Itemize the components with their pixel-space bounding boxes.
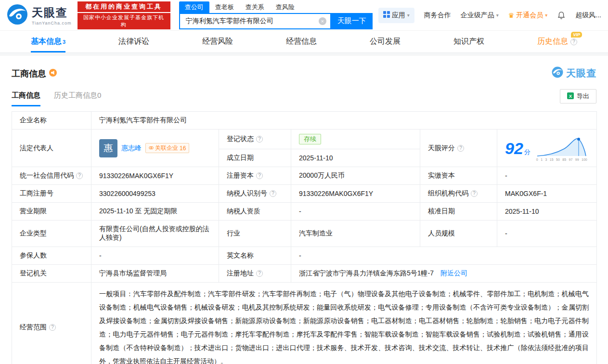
svg-text:X: X xyxy=(569,93,572,98)
taxpayer-quality-label: 纳税人资质 xyxy=(219,203,291,221)
help-icon[interactable]: ? xyxy=(76,172,83,179)
tab-company-development[interactable]: 公司发展 xyxy=(370,31,401,52)
legal-rep-cell: 惠 惠志峰 关联企业 16 xyxy=(91,130,219,167)
nearby-companies-link[interactable]: 附近公司 xyxy=(440,269,467,277)
company-name-value: 宁海利氪汽车零部件有限公司 xyxy=(91,112,597,130)
reg-no-label: 工商注册号 xyxy=(12,185,91,203)
enterprise-label: 企业级产品 xyxy=(461,11,494,20)
business-scope-value: 一般项目：汽车零部件及配件制造；汽车零部件研发；汽车零部件再制造；电子（气）物理… xyxy=(91,283,597,364)
top-header: 天眼查 TianYanCha.com 都在用的商业查询工具 国家中小企业发展子基… xyxy=(0,0,608,31)
subtab-business-info[interactable]: 工商信息 xyxy=(12,91,40,106)
tianyancha-logo-icon xyxy=(7,4,28,26)
credit-code-label: 统一社会信用代码? xyxy=(12,167,91,185)
apps-label: 应用 xyxy=(392,11,405,20)
tab-intellectual-property[interactable]: 知识产权 xyxy=(453,31,484,52)
clear-search-icon[interactable]: × xyxy=(319,17,326,25)
subtabs: 工商信息 历史工商信息0 xyxy=(12,91,101,106)
reg-status-label: 登记状态? xyxy=(219,130,291,149)
score-distribution-chart: 0131550859799100 xyxy=(536,135,587,161)
reg-address-label: 注册地址? xyxy=(219,265,291,283)
section-title: 工商信息 xyxy=(12,68,46,79)
tianyancha-logo[interactable]: 天眼查 TianYanCha.com xyxy=(7,4,72,26)
apps-grid-icon xyxy=(383,11,390,19)
establish-date-value: 2025-11-10 xyxy=(291,149,420,167)
score-label: 天眼评分? xyxy=(420,130,497,167)
notification-bell-icon[interactable] xyxy=(557,11,566,20)
legal-rep-label: 法定代表人 xyxy=(12,130,91,167)
help-icon[interactable]: ? xyxy=(49,324,56,331)
help-icon[interactable]: ? xyxy=(256,172,263,179)
watermark-text: 天眼查 xyxy=(566,67,596,80)
search-area: 查公司 查老板 查关系 查风险 × 天眼一下 xyxy=(179,1,373,29)
table-row: 工商注册号 330226000499253 纳税人识别号? 91330226MA… xyxy=(12,185,597,203)
legal-rep-name[interactable]: 惠志峰 xyxy=(121,144,142,153)
tab-operating-info[interactable]: 经营信息 xyxy=(286,31,317,52)
table-row: 参保人数 - 英文名称 - xyxy=(12,247,597,265)
subtab-history-business-info[interactable]: 历史工商信息0 xyxy=(54,91,101,106)
business-term-value: 2025-11-10 至 无固定期限 xyxy=(91,203,219,221)
related-count: 16 xyxy=(180,145,186,152)
help-icon[interactable]: ? xyxy=(256,270,263,277)
industry-label: 行业 xyxy=(219,221,291,247)
table-row: 统一社会信用代码? 91330226MAK0GX6F1Y 注册资本? 20000… xyxy=(12,167,597,185)
search-input[interactable] xyxy=(185,17,319,26)
search-tab-risk[interactable]: 查风险 xyxy=(270,1,300,13)
company-section-tabs: 基本信息3 法律诉讼 经营风险 经营信息 公司发展 知识产权 历史信息 ? VI… xyxy=(0,31,608,53)
taxpayer-no-value: 91330226MAK0GX6F1Y xyxy=(291,185,420,203)
table-row: 法定代表人 惠 惠志峰 关联企业 16 登记状态? xyxy=(12,130,597,149)
tab-history-info[interactable]: 历史信息 ? VIP xyxy=(537,31,577,52)
approve-date-label: 核准日期 xyxy=(420,203,497,221)
megaphone-icon[interactable] xyxy=(49,69,57,78)
reg-address-value: 浙江省宁波市宁海县力洋镇金海东路5号1幢-7 附近公司 xyxy=(291,265,597,283)
logo-subtitle: TianYanCha.com xyxy=(32,21,72,26)
link-icon xyxy=(149,145,154,152)
apps-menu[interactable]: 应用 ▾ xyxy=(378,8,414,23)
company-type-label: 企业类型 xyxy=(12,221,91,247)
nav-open-vip[interactable]: ♛ 开通会员 ▾ xyxy=(508,11,548,20)
search-button[interactable]: 天眼一下 xyxy=(331,13,373,29)
reg-authority-label: 登记机关 xyxy=(12,265,91,283)
reg-capital-label: 注册资本? xyxy=(219,167,291,185)
tab-operating-risk[interactable]: 经营风险 xyxy=(202,31,233,52)
related-companies-badge[interactable]: 关联企业 16 xyxy=(145,143,189,153)
business-scope-label: 经营范围? xyxy=(12,283,91,364)
org-code-value: MAK0GX6F-1 xyxy=(497,185,597,203)
help-icon[interactable]: ? xyxy=(471,190,478,197)
nav-enterprise[interactable]: 企业级产品 ▾ xyxy=(461,11,499,20)
reg-authority-value: 宁海县市场监督管理局 xyxy=(91,265,219,283)
help-icon[interactable]: ? xyxy=(256,136,263,143)
open-vip-label: 开通会员 xyxy=(516,11,543,20)
nav-cooperation[interactable]: 商务合作 xyxy=(424,11,451,20)
tab-legal-lawsuits[interactable]: 法律诉讼 xyxy=(118,31,149,52)
paid-capital-label: 实缴资本 xyxy=(420,167,497,185)
help-icon[interactable]: ? xyxy=(270,190,276,197)
taxpayer-quality-value: - xyxy=(291,203,420,221)
tab-count: 3 xyxy=(63,39,65,45)
search-box: × xyxy=(179,13,331,29)
search-tab-relation[interactable]: 查关系 xyxy=(240,1,270,13)
help-icon[interactable]: ? xyxy=(570,39,577,45)
excel-icon: X xyxy=(567,92,574,101)
watermark-logo-icon xyxy=(552,66,563,80)
tianyan-score[interactable]: 92分 xyxy=(505,140,530,156)
insured-num-label: 参保人数 xyxy=(12,247,91,265)
english-name-value: - xyxy=(291,247,597,265)
search-tab-company[interactable]: 查公司 xyxy=(179,1,209,13)
table-row: 企业名称 宁海利氪汽车零部件有限公司 xyxy=(12,112,597,130)
export-button[interactable]: X 导出 xyxy=(560,89,596,104)
status-badge: 存续 xyxy=(299,134,321,144)
table-row: 经营范围? 一般项目：汽车零部件及配件制造；汽车零部件研发；汽车零部件再制造；电… xyxy=(12,283,597,364)
score-cell: 92分 0131550859799100 xyxy=(497,130,597,167)
crown-icon: ♛ xyxy=(508,12,515,19)
search-tab-boss[interactable]: 查老板 xyxy=(209,1,240,13)
legal-rep-avatar[interactable]: 惠 xyxy=(99,139,117,157)
company-type-value: 有限责任公司(自然人投资或控股的法人独资) xyxy=(91,221,219,247)
org-code-label: 组织机构代码? xyxy=(420,185,497,203)
insured-num-value: - xyxy=(91,247,219,265)
taxpayer-no-label: 纳税人识别号? xyxy=(219,185,291,203)
nav-super-risk[interactable]: 超级风... xyxy=(575,11,601,20)
help-icon[interactable]: ? xyxy=(457,145,464,152)
tab-basic-info[interactable]: 基本信息3 xyxy=(31,31,65,52)
company-name-label: 企业名称 xyxy=(12,112,91,130)
caret-down-icon: ▾ xyxy=(496,13,499,18)
